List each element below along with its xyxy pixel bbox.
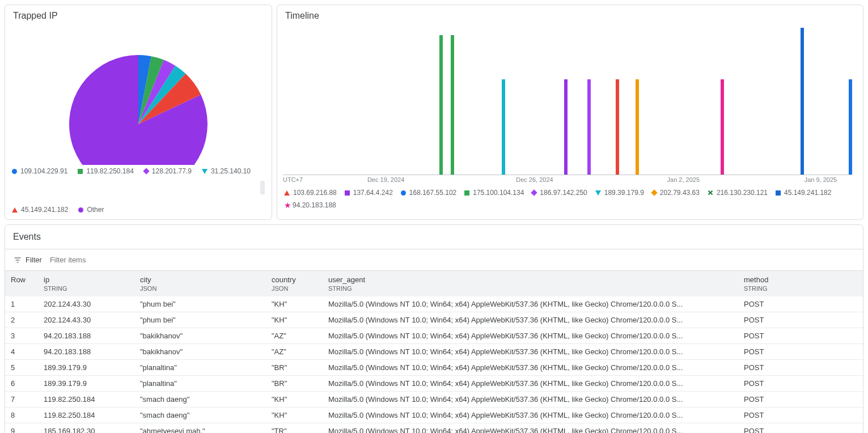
column-name: user_agent — [328, 275, 365, 284]
column-header[interactable]: ipSTRING — [38, 271, 134, 297]
cell-city: "phum bei" — [134, 296, 266, 312]
legend-item[interactable]: 31.25.140.10 — [202, 167, 251, 175]
cell-country: "BR" — [266, 376, 323, 392]
filter-icon — [13, 256, 22, 265]
cell-ua: Mozilla/5.0 (Windows NT 10.0; Win64; x64… — [323, 423, 738, 434]
cell-method: POST — [738, 407, 863, 423]
cell-ip: 94.20.183.188 — [38, 328, 134, 344]
cell-city: "smach daeng" — [134, 392, 266, 407]
legend-item[interactable]: ★94.20.183.188 — [284, 201, 336, 209]
legend-item[interactable]: 186.97.142.250 — [532, 189, 587, 197]
cell-city: "bakikhanov" — [134, 328, 266, 344]
legend-item[interactable]: 216.130.230.121 — [708, 189, 768, 197]
x-axis-tick: Dec 19, 2024 — [367, 176, 404, 183]
cell-country: "KH" — [266, 296, 323, 312]
cell-ua: Mozilla/5.0 (Windows NT 10.0; Win64; x64… — [323, 312, 738, 328]
timeline-bar[interactable] — [616, 79, 619, 175]
cell-n: 9 — [5, 423, 38, 434]
cell-city: "bakikhanov" — [134, 344, 266, 360]
pie-slice[interactable] — [69, 55, 208, 165]
table-row[interactable]: 9185.169.182.30"ahmetyesevi mah.""TR"Moz… — [5, 423, 863, 434]
timeline-bar[interactable] — [451, 35, 454, 175]
timezone-label: UTC+7 — [283, 176, 303, 183]
timeline-bar[interactable] — [849, 79, 852, 175]
legend-item[interactable]: 109.104.229.91 — [12, 167, 67, 175]
column-header[interactable]: user_agentSTRING — [323, 271, 738, 297]
filter-input[interactable] — [49, 255, 162, 265]
cell-ip: 189.39.179.9 — [38, 360, 134, 376]
cell-method: POST — [738, 423, 863, 434]
legend-label: Other — [87, 206, 104, 214]
column-name: Row — [11, 275, 26, 284]
legend-label: 45.149.241.182 — [784, 189, 831, 197]
timeline-bar[interactable] — [721, 79, 724, 175]
column-header[interactable]: methodSTRING — [738, 271, 863, 297]
legend-item[interactable]: 119.82.250.184 — [78, 167, 133, 175]
cell-ua: Mozilla/5.0 (Windows NT 10.0; Win64; x64… — [323, 296, 738, 312]
table-row[interactable]: 394.20.183.188"bakikhanov""AZ"Mozilla/5.… — [5, 328, 863, 344]
legend-label: 175.100.104.134 — [473, 189, 524, 197]
column-header[interactable]: cityJSON — [134, 271, 266, 297]
timeline-bar[interactable] — [801, 28, 804, 175]
timeline-bar[interactable] — [564, 79, 568, 175]
legend-label: 216.130.230.121 — [717, 189, 768, 197]
legend-item[interactable]: 168.167.55.102 — [401, 189, 456, 197]
legend-item[interactable]: 103.69.216.88 — [284, 189, 337, 197]
cell-ip: 189.39.179.9 — [38, 376, 134, 392]
legend-label: 103.69.216.88 — [293, 189, 337, 197]
legend-item[interactable]: 45.149.241.182 — [12, 206, 68, 214]
cell-city: "phum bei" — [134, 312, 266, 328]
cell-country: "AZ" — [266, 344, 323, 360]
cell-ua: Mozilla/5.0 (Windows NT 10.0; Win64; x64… — [323, 407, 738, 423]
filter-button[interactable]: Filter — [13, 256, 42, 265]
table-row[interactable]: 5189.39.179.9"planaltina""BR"Mozilla/5.0… — [5, 360, 863, 376]
timeline-bar[interactable] — [502, 79, 505, 175]
cell-n: 3 — [5, 328, 38, 344]
legend-item[interactable]: 202.79.43.63 — [652, 189, 700, 197]
table-row[interactable]: 6189.39.179.9"planaltina""BR"Mozilla/5.0… — [5, 376, 863, 392]
cell-ua: Mozilla/5.0 (Windows NT 10.0; Win64; x64… — [323, 344, 738, 360]
legend-item[interactable]: 128.201.77.9 — [144, 167, 192, 175]
legend-item[interactable]: 175.100.104.134 — [464, 189, 524, 197]
legend-scrollbar[interactable] — [260, 181, 265, 194]
column-type: JSON — [140, 285, 260, 292]
cell-ua: Mozilla/5.0 (Windows NT 10.0; Win64; x64… — [323, 360, 738, 376]
timeline-bar[interactable] — [636, 79, 639, 175]
cell-ip: 119.82.250.184 — [38, 392, 134, 407]
column-name: ip — [44, 275, 49, 284]
cell-country: "KH" — [266, 392, 323, 407]
column-name: method — [744, 275, 768, 284]
legend-item[interactable]: 45.149.241.182 — [776, 189, 831, 197]
filter-bar: Filter — [5, 249, 863, 270]
column-header[interactable]: countryJSON — [266, 271, 323, 297]
column-header[interactable]: Row — [5, 271, 38, 297]
legend-item[interactable]: 137.64.4.242 — [345, 189, 393, 197]
cell-n: 5 — [5, 360, 38, 376]
column-type: STRING — [744, 285, 857, 292]
timeline-bar[interactable] — [439, 35, 443, 175]
cell-ua: Mozilla/5.0 (Windows NT 10.0; Win64; x64… — [323, 328, 738, 344]
cell-n: 1 — [5, 296, 38, 312]
table-row[interactable]: 2202.124.43.30"phum bei""KH"Mozilla/5.0 … — [5, 312, 863, 328]
timeline-chart[interactable] — [283, 28, 852, 175]
column-name: city — [140, 275, 151, 284]
pie-chart[interactable] — [67, 23, 209, 165]
legend-item[interactable]: 189.39.179.9 — [595, 189, 644, 197]
legend-label: 137.64.4.242 — [353, 189, 393, 197]
cell-city: "ahmetyesevi mah." — [134, 423, 266, 434]
table-row[interactable]: 8119.82.250.184"smach daeng""KH"Mozilla/… — [5, 407, 863, 423]
trapped-ip-panel: Trapped IP 109.104.229.91119.82.250.1841… — [5, 5, 272, 220]
column-name: country — [272, 275, 296, 284]
cell-country: "KH" — [266, 312, 323, 328]
legend-label: 109.104.229.91 — [20, 167, 67, 175]
timeline-bar[interactable] — [587, 79, 591, 175]
cell-ua: Mozilla/5.0 (Windows NT 10.0; Win64; x64… — [323, 392, 738, 407]
cell-n: 7 — [5, 392, 38, 407]
legend-item[interactable]: Other — [78, 206, 104, 214]
table-row[interactable]: 1202.124.43.30"phum bei""KH"Mozilla/5.0 … — [5, 296, 863, 312]
table-row[interactable]: 494.20.183.188"bakikhanov""AZ"Mozilla/5.… — [5, 344, 863, 360]
cell-country: "KH" — [266, 407, 323, 423]
cell-method: POST — [738, 360, 863, 376]
table-row[interactable]: 7119.82.250.184"smach daeng""KH"Mozilla/… — [5, 392, 863, 407]
column-type: STRING — [44, 285, 129, 292]
